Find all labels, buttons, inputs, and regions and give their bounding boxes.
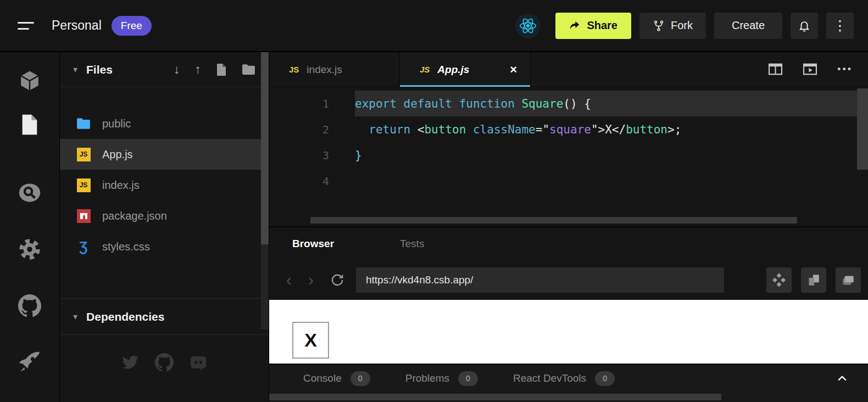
devtools-scrollbar-track [269,392,868,402]
code-editor[interactable]: 1 export default function Square() { 2 r… [269,87,868,225]
folder-icon [76,116,91,131]
code-line: 2 return <button className="square">X</b… [269,116,868,142]
social-links [60,353,269,372]
code-line: 4 [269,168,868,194]
share-arrow-icon [569,20,581,31]
code-line: 1 export default function Square() { [269,91,868,116]
responsive-mode-icon[interactable] [801,267,826,293]
js-file-icon: JS [76,178,91,192]
file-row-packagejson[interactable]: package.json [60,200,269,231]
tab-tests[interactable]: Tests [400,238,424,250]
explorer-scrollbar-thumb[interactable] [261,52,269,244]
dependencies-title: Dependencies [86,310,164,323]
file-row-public[interactable]: public [60,108,269,139]
devtools-diamonds-icon[interactable] [766,267,792,293]
file-row-stylescss[interactable]: Ʒ styles.css [60,231,269,262]
close-tab-icon[interactable]: × [510,63,517,77]
fork-button[interactable]: Fork [639,13,706,39]
reload-icon[interactable] [330,273,344,287]
download-icon[interactable]: ↓ [174,62,180,77]
dependencies-section-header[interactable]: ▾ Dependencies [60,298,269,335]
react-devtools-count-badge: 0 [595,371,615,386]
new-file-icon[interactable] [216,63,227,76]
file-list: public JS App.js JS index.js package.jso… [60,108,269,262]
upload-icon[interactable]: ↑ [195,62,202,77]
back-icon[interactable]: ‹ [278,270,300,290]
css-file-icon: Ʒ [76,239,91,254]
file-icon [20,114,40,138]
sandbox-info-button[interactable] [0,69,59,95]
files-section-header[interactable]: ▾ Files ↓ ↑ [60,52,269,87]
preview-window-icon[interactable] [803,63,817,76]
bell-icon [798,19,811,32]
react-devtools-tab[interactable]: React DevTools 0 [513,371,615,386]
top-header: Personal Free Share [0,0,868,51]
plan-badge[interactable]: Free [112,16,152,36]
caret-down-icon: ▾ [73,311,77,322]
github-icon [18,294,41,320]
square-x-button[interactable]: X [292,322,329,359]
caret-down-icon: ▾ [73,64,77,75]
npm-file-icon [76,209,91,223]
editor-more-icon[interactable]: ••• [837,64,853,75]
activity-rail [0,52,59,402]
discord-icon[interactable] [189,353,208,372]
split-view-icon[interactable] [768,63,783,76]
react-logo-icon [515,13,541,38]
open-in-new-window-icon[interactable] [836,267,861,293]
workspace-name[interactable]: Personal [52,18,102,33]
settings-button[interactable] [0,237,59,264]
devtools-scrollbar-thumb[interactable] [269,394,721,400]
github-link-icon[interactable] [155,353,174,372]
expand-devtools-icon[interactable] [837,375,847,382]
active-tab-underline [400,85,530,87]
new-folder-icon[interactable] [242,64,255,75]
preview-tabbar: Browser Tests [269,226,868,260]
file-explorer: ▾ Files ↓ ↑ public JS [60,52,269,402]
problems-count-badge: 0 [458,371,478,386]
search-panel-button[interactable] [0,181,59,207]
js-file-icon: JS [76,147,91,161]
explorer-scrollbar[interactable] [261,52,269,330]
deployment-button[interactable] [0,350,59,376]
editor-tabbar-actions: ••• [768,52,853,86]
codesandbox-window: Personal Free Share [0,0,868,402]
editor-horizontal-scrollbar[interactable] [310,217,797,224]
twitter-icon[interactable] [121,353,140,372]
gear-icon [18,238,41,263]
menu-icon[interactable] [18,20,36,32]
tab-indexjs[interactable]: JS index.js [269,52,400,87]
search-icon [18,181,41,206]
preview-actions [766,267,861,293]
file-row-appjs[interactable]: JS App.js [60,139,269,170]
console-count-badge: 0 [350,371,370,386]
notifications-button[interactable] [791,13,818,39]
console-tab[interactable]: Console 0 [303,371,370,386]
browser-preview: X [269,300,868,364]
tab-appjs[interactable]: JS App.js × [400,52,531,87]
editor-tabbar: JS index.js JS App.js × [269,52,868,87]
js-file-icon: JS [289,65,299,74]
file-row-indexjs[interactable]: JS index.js [60,170,269,200]
files-panel-button[interactable] [0,113,59,139]
problems-tab[interactable]: Problems 0 [405,371,478,386]
share-button[interactable]: Share [555,13,631,39]
fork-icon [653,20,665,32]
cube-icon [19,70,41,94]
tab-browser[interactable]: Browser [292,238,334,250]
files-actions: ↓ ↑ [174,62,255,77]
editor-vertical-scrollbar[interactable] [857,88,868,170]
create-button[interactable]: Create [714,13,782,39]
rocket-icon [18,350,41,376]
header-actions: Share Fork Create [515,13,854,39]
forward-icon[interactable]: › [300,270,322,290]
github-panel-button[interactable] [0,294,59,320]
url-input[interactable] [356,267,724,293]
devtools-bar: Console 0 Problems 0 React DevTools 0 [269,364,868,392]
browser-navigation-bar: ‹ › [269,260,868,300]
code-line: 3 } [269,142,868,168]
editor-and-preview: JS index.js JS App.js × [269,52,868,402]
more-options-button[interactable]: ⋮ [826,13,854,39]
files-title: Files [86,63,113,76]
js-file-icon: JS [420,65,430,74]
